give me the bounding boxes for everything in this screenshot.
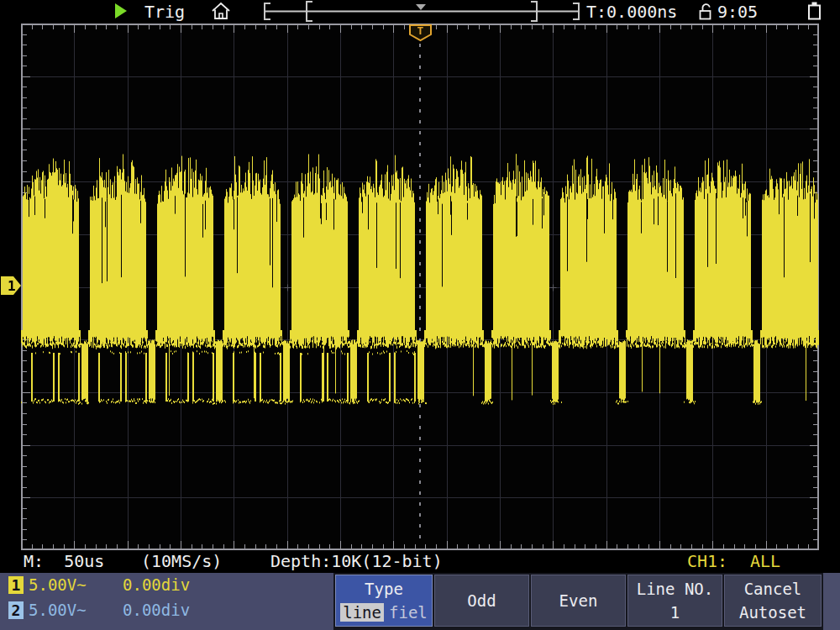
trigger-position-marker[interactable]: T [409,24,433,42]
ch2-readout-row: 2 5.00V~ 0.00div [0,601,333,622]
menu-line-no-value: 1 [670,602,680,622]
ch1-scale: 5.00V~ [29,576,87,594]
menu-cancel-autoset-button[interactable]: Cancel Autoset [724,575,822,627]
trigger-status-label: Trig [144,2,185,22]
menu-type-button[interactable]: Type line fiel [335,575,433,627]
ch1-badge: 1 [8,576,24,594]
menu-type-option-field[interactable]: fiel [389,603,428,622]
timebase-readout: M: 50us [24,551,104,572]
depth-readout: Depth:10K(12-bit) [270,551,443,572]
home-icon[interactable] [210,1,232,23]
menu-right-strip [823,573,840,630]
trigger-mode-readout: ALL [750,551,780,572]
battery-icon [806,1,824,22]
ch2-scale: 5.00V~ [29,601,87,619]
svg-text:1: 1 [8,278,16,294]
unlock-icon[interactable] [696,3,715,21]
trigger-source-readout: CH1: [687,551,727,572]
channel-readout-panel: 1 5.00V~ 0.00div 2 5.00V~ 0.00div [0,573,333,630]
ch2-badge: 2 [8,601,24,619]
ch1-readout-row: 1 5.00V~ 0.00div [0,576,333,596]
menu-line-no-title: Line NO. [637,579,714,599]
menu-autoset-label: Autoset [739,602,806,622]
oscilloscope-ui: Trig T:0.000ns 9:05 T [0,0,840,630]
window-position-pointer [416,4,426,10]
display-area [21,24,819,550]
soft-menu-bar: 1 5.00V~ 0.00div 2 5.00V~ 0.00div Type l… [0,573,840,630]
menu-even-label: Even [559,591,598,610]
menu-line-no-button[interactable]: Line NO. 1 [627,575,722,627]
samplerate-readout: (10MS/s) [141,551,222,572]
menu-type-options: line fiel [340,603,428,622]
status-bar: M: 50us (10MS/s) Depth:10K(12-bit) CH1: … [0,550,840,573]
trigger-time-readout: T:0.000ns [586,2,677,22]
menu-odd-label: Odd [467,591,496,610]
top-bar: Trig T:0.000ns 9:05 [0,0,840,24]
menu-type-title: Type [365,580,403,598]
svg-text:T: T [417,24,424,37]
menu-even-button[interactable]: Even [531,575,626,627]
menu-odd-button[interactable]: Odd [434,575,529,627]
menu-type-option-line[interactable]: line [340,603,384,622]
menu-cancel-label: Cancel [744,579,802,599]
ch1-position-marker[interactable]: 1 [1,276,22,296]
ch1-position: 0.00div [123,576,190,594]
clock-readout: 9:05 [717,2,758,22]
graticule-canvas [21,24,819,550]
ch2-position: 0.00div [123,601,190,619]
trigger-position-bar[interactable] [259,0,586,23]
run-play-icon [115,3,129,19]
